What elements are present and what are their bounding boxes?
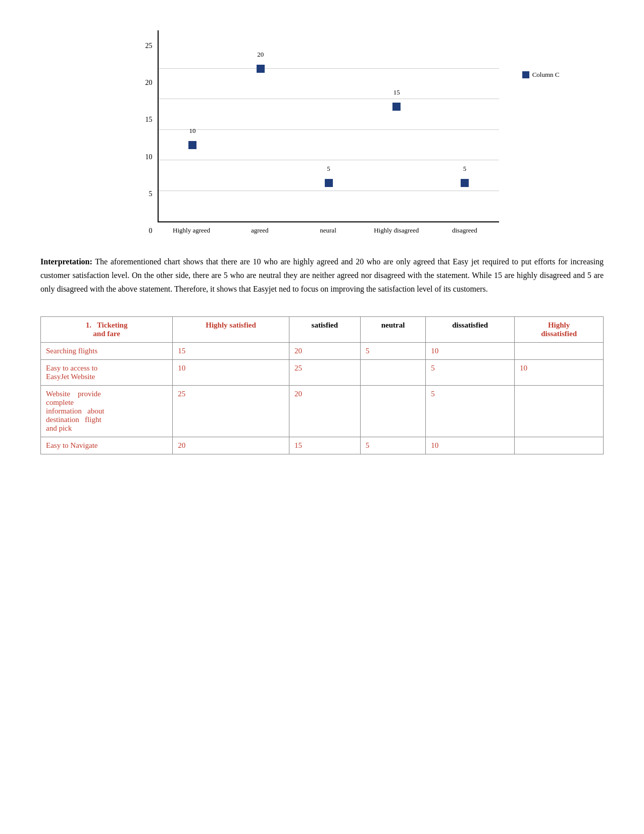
- grid-line-16: [159, 99, 499, 99]
- x-label-highly-agreed: Highly agreed: [158, 226, 226, 235]
- row4-hs: 20: [173, 437, 289, 454]
- chart-area: 25 20 15 10 5 0 10 20: [145, 30, 499, 235]
- row3-d: 5: [426, 385, 515, 437]
- satisfaction-table: 1. Ticketingand fare Highly satisfied sa…: [40, 316, 604, 454]
- x-labels: Highly agreed agreed neural Highly disag…: [158, 226, 499, 235]
- y-label-15: 15: [145, 116, 153, 123]
- header-ticketing: 1. Ticketingand fare: [41, 316, 173, 342]
- data-point-4: [392, 103, 401, 111]
- y-axis: 25 20 15 10 5 0: [145, 42, 158, 235]
- data-label-4: 15: [393, 88, 400, 97]
- data-point-5: [461, 179, 469, 187]
- x-label-neural: neural: [294, 226, 362, 235]
- row3-label: Website providecompleteinformation about…: [41, 385, 173, 437]
- chart-container: 25 20 15 10 5 0 10 20: [145, 30, 499, 235]
- row1-n: 5: [360, 342, 426, 359]
- row3-hs: 25: [173, 385, 289, 437]
- row1-label: Searching flights: [41, 342, 173, 359]
- row4-d: 10: [426, 437, 515, 454]
- y-label-5: 5: [149, 191, 153, 198]
- data-label-2: 20: [257, 51, 264, 59]
- row2-s: 25: [289, 359, 361, 385]
- y-label-10: 10: [145, 154, 153, 161]
- y-label-25: 25: [145, 42, 153, 50]
- grid-line-4: [159, 191, 499, 191]
- row3-hd: [515, 385, 604, 437]
- y-label-0: 0: [149, 227, 153, 235]
- table-row-navigate: Easy to Navigate 20 15 5 10: [41, 437, 604, 454]
- header-satisfied: satisfied: [289, 316, 361, 342]
- chart-main: 10 20 5 15 5 Column C: [158, 30, 499, 235]
- row1-hd: [515, 342, 604, 359]
- data-label-1: 10: [189, 127, 195, 135]
- header-highly-dissatisfied: Highlydissatisfied: [515, 316, 604, 342]
- row2-hd: 10: [515, 359, 604, 385]
- row2-hs: 10: [173, 359, 289, 385]
- row2-label: Easy to access toEasyJet Website: [41, 359, 173, 385]
- table-header-row: 1. Ticketingand fare Highly satisfied sa…: [41, 316, 604, 342]
- table-row-website-info: Website providecompleteinformation about…: [41, 385, 604, 437]
- row1-s: 20: [289, 342, 361, 359]
- row2-n: [360, 359, 426, 385]
- data-point-3: [325, 179, 333, 187]
- header-neutral: neutral: [360, 316, 426, 342]
- row1-hs: 15: [173, 342, 289, 359]
- row3-s: 20: [289, 385, 361, 437]
- y-label-20: 20: [145, 79, 153, 86]
- header-dissatisfied: dissatisfied: [426, 316, 515, 342]
- x-label-disagreed: disagreed: [430, 226, 499, 235]
- data-point-2: [257, 65, 265, 73]
- x-label-agreed: agreed: [226, 226, 294, 235]
- interpretation-bold: Interpretation:: [40, 257, 92, 266]
- row4-hd: [515, 437, 604, 454]
- legend-box: [522, 71, 529, 78]
- table-row-easy-access: Easy to access toEasyJet Website 10 25 5…: [41, 359, 604, 385]
- row2-d: 5: [426, 359, 515, 385]
- row4-label: Easy to Navigate: [41, 437, 173, 454]
- legend-label: Column C: [532, 71, 560, 79]
- grid-line-8: [159, 160, 499, 160]
- data-point-1: [188, 141, 196, 149]
- row4-n: 5: [360, 437, 426, 454]
- row1-d: 10: [426, 342, 515, 359]
- data-label-5: 5: [463, 165, 467, 173]
- data-label-3: 5: [327, 165, 330, 173]
- x-label-highly-disagreed: Highly disagreed: [362, 226, 430, 235]
- grid-line-12: [159, 129, 499, 130]
- row3-n: [360, 385, 426, 437]
- chart-plot: 10 20 5 15 5 Column C: [158, 30, 499, 222]
- interpretation-text: The aforementioned chart shows that ther…: [40, 257, 604, 293]
- table-row-searching-flights: Searching flights 15 20 5 10: [41, 342, 604, 359]
- interpretation-block: Interpretation: The aforementioned chart…: [40, 255, 604, 296]
- row4-s: 15: [289, 437, 361, 454]
- header-highly-satisfied: Highly satisfied: [173, 316, 289, 342]
- chart-legend: Column C: [522, 71, 560, 79]
- grid-line-20: [159, 68, 499, 69]
